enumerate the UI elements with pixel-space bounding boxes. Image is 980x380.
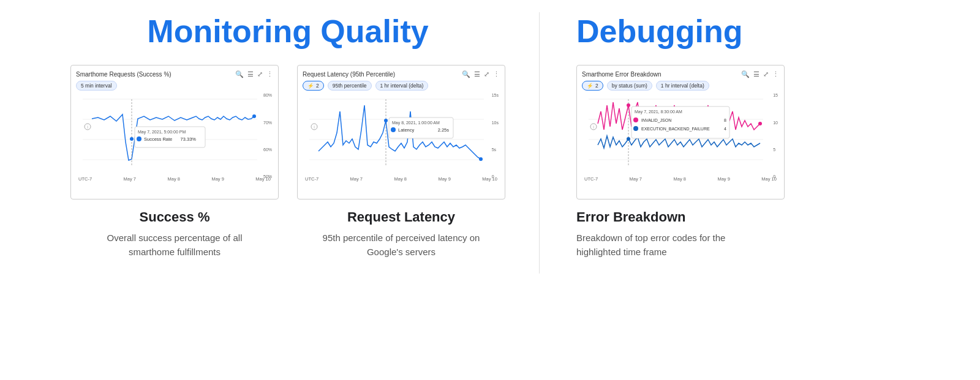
expand-icon[interactable]: ⤢	[763, 70, 769, 78]
error-card: Smarthome Error Breakdown 🔍 ☰ ⤢ ⋮ ⚡ 2 by…	[576, 65, 785, 259]
latency-chart-area: 15s 10s 5s 0	[303, 93, 500, 179]
svg-point-8	[252, 114, 256, 118]
search-icon[interactable]: 🔍	[741, 70, 750, 78]
svg-text:May 7, 2021, 5:00:00 PM: May 7, 2021, 5:00:00 PM	[138, 130, 186, 135]
svg-point-36	[627, 137, 630, 141]
error-x-labels: UTC-7 May 7 May 8 May 9 May 10	[582, 176, 779, 182]
svg-text:May 8, 2021, 1:00:00 AM: May 8, 2021, 1:00:00 AM	[392, 121, 440, 125]
svg-text:May 7, 2021, 8:30:00 AM: May 7, 2021, 8:30:00 AM	[635, 110, 682, 114]
error-y-labels: 15 10 5 0	[773, 93, 778, 179]
error-chart-box: Smarthome Error Breakdown 🔍 ☰ ⤢ ⋮ ⚡ 2 by…	[576, 65, 785, 199]
success-desc: Overall success percentage of all smarth…	[89, 231, 260, 259]
svg-text:8: 8	[724, 118, 726, 122]
error-chart-title: Smarthome Error Breakdown	[582, 71, 662, 78]
svg-text:i: i	[314, 125, 315, 129]
error-filter-badge-2[interactable]: 1 hr interval (delta)	[656, 81, 709, 91]
svg-text:Success Rate: Success Rate	[144, 136, 172, 142]
svg-text:i: i	[87, 125, 88, 129]
error-desc: Breakdown of top error codes for the hig…	[576, 231, 748, 259]
svg-text:2.25s: 2.25s	[438, 127, 450, 133]
svg-point-11	[137, 136, 141, 141]
svg-point-37	[758, 122, 762, 125]
latency-desc: 95th percentile of perceived latency on …	[315, 231, 487, 259]
legend-icon[interactable]: ☰	[753, 70, 760, 78]
svg-text:Latency: Latency	[398, 127, 415, 133]
latency-label: Request Latency	[347, 209, 455, 225]
svg-point-35	[627, 103, 630, 107]
svg-text:EXECUTION_BACKEND_FAILURE: EXECUTION_BACKEND_FAILURE	[641, 127, 710, 132]
more-icon[interactable]: ⋮	[772, 70, 779, 78]
more-icon[interactable]: ⋮	[266, 70, 273, 78]
latency-chart-icons: 🔍 ☰ ⤢ ⋮	[462, 70, 500, 78]
cards-row: Smarthome Requests (Success %) 🔍 ☰ ⤢ ⋮ 5…	[37, 65, 539, 259]
success-card: Smarthome Requests (Success %) 🔍 ☰ ⤢ ⋮ 5…	[70, 65, 279, 259]
latency-y-labels: 15s 10s 5s 0	[492, 93, 499, 179]
latency-filter-badge-1[interactable]: 95th percentile	[328, 81, 372, 91]
success-svg: i May 7, 2021, 5:00:00 PM	[76, 93, 273, 173]
latency-filter-badge-0[interactable]: ⚡ 2	[303, 81, 324, 91]
expand-icon[interactable]: ⤢	[257, 70, 263, 78]
monitoring-quality-title: Monitoring Quality	[147, 12, 428, 50]
search-icon[interactable]: 🔍	[462, 70, 470, 78]
svg-point-40	[633, 117, 638, 122]
success-filter-badge-0[interactable]: 5 min interval	[76, 81, 117, 91]
latency-card: Request Latency (95th Percentile) 🔍 ☰ ⤢ …	[297, 65, 505, 259]
latency-x-labels: UTC-7 May 7 May 8 May 9 May 10	[303, 176, 500, 182]
svg-point-21	[384, 119, 388, 122]
svg-point-22	[479, 157, 483, 161]
latency-filter-row: ⚡ 2 95th percentile 1 hr interval (delta…	[303, 81, 500, 91]
debugging-title: Debugging	[576, 12, 743, 50]
svg-point-25	[391, 127, 396, 132]
expand-icon[interactable]: ⤢	[484, 70, 489, 78]
latency-svg: i May 8, 2021, 1:00:00 AM	[303, 93, 500, 173]
latency-chart-box: Request Latency (95th Percentile) 🔍 ☰ ⤢ …	[297, 65, 505, 199]
error-label: Error Breakdown	[576, 209, 686, 225]
more-icon[interactable]: ⋮	[493, 70, 500, 78]
success-filter-row: 5 min interval	[76, 81, 273, 91]
latency-chart-title: Request Latency (95th Percentile)	[303, 71, 395, 78]
svg-point-7	[130, 137, 134, 141]
success-chart-title: Smarthome Requests (Success %)	[76, 71, 172, 78]
error-svg: i May	[582, 93, 779, 173]
legend-icon[interactable]: ☰	[474, 70, 480, 78]
error-filter-row: ⚡ 2 by status (sum) 1 hr interval (delta…	[582, 81, 779, 91]
success-label: Success %	[140, 209, 210, 225]
latency-chart-header: Request Latency (95th Percentile) 🔍 ☰ ⤢ …	[303, 70, 500, 78]
error-chart-icons: 🔍 ☰ ⤢ ⋮	[741, 70, 779, 78]
latency-filter-badge-2[interactable]: 1 hr interval (delta)	[375, 81, 429, 91]
error-chart-header: Smarthome Error Breakdown 🔍 ☰ ⤢ ⋮	[582, 70, 779, 78]
error-filter-badge-0[interactable]: ⚡ 2	[582, 81, 603, 91]
error-chart-area: 15 10 5 0 i	[582, 93, 779, 179]
legend-icon[interactable]: ☰	[247, 70, 254, 78]
monitoring-quality-panel: Monitoring Quality Smarthome Requests (S…	[37, 12, 539, 274]
svg-text:i: i	[593, 125, 594, 129]
svg-point-43	[633, 126, 638, 131]
search-icon[interactable]: 🔍	[235, 70, 244, 78]
debugging-panel: Debugging Smarthome Error Breakdown 🔍 ☰ …	[539, 12, 943, 274]
success-chart-box: Smarthome Requests (Success %) 🔍 ☰ ⤢ ⋮ 5…	[70, 65, 279, 199]
success-y-labels: 80% 70% 60% 50%	[263, 93, 272, 179]
svg-text:INVALID_JSON: INVALID_JSON	[641, 118, 671, 123]
success-chart-area: 80% 70% 60% 50%	[76, 93, 273, 179]
success-chart-icons: 🔍 ☰ ⤢ ⋮	[235, 70, 273, 78]
error-filter-badge-1[interactable]: by status (sum)	[607, 81, 652, 91]
svg-text:4: 4	[724, 127, 726, 131]
success-chart-header: Smarthome Requests (Success %) 🔍 ☰ ⤢ ⋮	[76, 70, 273, 78]
svg-text:73.33%: 73.33%	[181, 136, 197, 142]
success-x-labels: UTC-7 May 7 May 8 May 9 May 10	[76, 176, 273, 182]
